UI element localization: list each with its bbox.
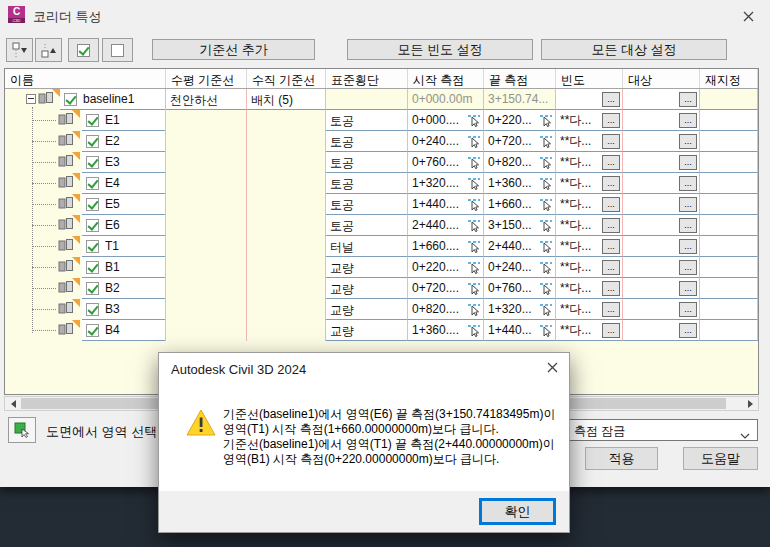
start-station-cell[interactable]: 0+220.... bbox=[408, 257, 484, 278]
ellipsis-button[interactable]: ... bbox=[679, 218, 697, 233]
ellipsis-button[interactable]: ... bbox=[602, 302, 620, 317]
start-station-cell[interactable]: 1+320.... bbox=[408, 173, 484, 194]
select-region-in-drawing-button[interactable] bbox=[8, 417, 36, 443]
assembly-cell[interactable]: 토공 bbox=[326, 215, 408, 236]
station-pick-icon[interactable] bbox=[539, 303, 553, 316]
target-cell[interactable]: ... bbox=[623, 89, 700, 110]
assembly-cell[interactable]: 교량 bbox=[326, 257, 408, 278]
scroll-right-icon[interactable] bbox=[743, 397, 757, 410]
region-name-cell[interactable]: B1 bbox=[5, 257, 166, 278]
target-cell[interactable]: ... bbox=[623, 131, 700, 152]
frequency-cell[interactable]: ... bbox=[556, 89, 623, 110]
assembly-cell[interactable]: 교량 bbox=[326, 299, 408, 320]
start-station-cell[interactable]: 0+760.... bbox=[408, 152, 484, 173]
station-pick-icon[interactable] bbox=[539, 135, 553, 148]
ellipsis-button[interactable]: ... bbox=[602, 113, 620, 128]
horizontal-baseline-cell[interactable]: 천안하선 bbox=[166, 89, 247, 110]
ellipsis-button[interactable]: ... bbox=[602, 260, 620, 275]
region-checkbox[interactable] bbox=[86, 198, 99, 211]
target-cell[interactable]: ... bbox=[623, 215, 700, 236]
target-cell[interactable]: ... bbox=[623, 299, 700, 320]
ellipsis-button[interactable]: ... bbox=[679, 260, 697, 275]
frequency-cell[interactable]: **다...... bbox=[556, 110, 623, 131]
region-checkbox[interactable] bbox=[86, 219, 99, 232]
ellipsis-button[interactable]: ... bbox=[679, 155, 697, 170]
region-checkbox[interactable] bbox=[86, 261, 99, 274]
region-checkbox[interactable] bbox=[86, 135, 99, 148]
frequency-cell[interactable]: **다...... bbox=[556, 215, 623, 236]
region-name-cell[interactable]: B2 bbox=[5, 278, 166, 299]
region-name-cell[interactable]: E1 bbox=[5, 110, 166, 131]
region-name-cell[interactable]: B3 bbox=[5, 299, 166, 320]
region-checkbox[interactable] bbox=[86, 177, 99, 190]
station-pick-icon[interactable] bbox=[467, 282, 481, 295]
start-station-cell[interactable]: 0+720.... bbox=[408, 278, 484, 299]
frequency-cell[interactable]: **다...... bbox=[556, 278, 623, 299]
target-cell[interactable]: ... bbox=[623, 236, 700, 257]
ellipsis-button[interactable]: ... bbox=[602, 155, 620, 170]
vertical-baseline-cell[interactable]: 배치 (5) bbox=[247, 89, 326, 110]
station-pick-icon[interactable] bbox=[539, 114, 553, 127]
end-station-cell[interactable]: 0+820... bbox=[484, 152, 556, 173]
ellipsis-button[interactable]: ... bbox=[679, 176, 697, 191]
station-pick-icon[interactable] bbox=[467, 177, 481, 190]
assembly-cell[interactable]: 토공 bbox=[326, 110, 408, 131]
station-pick-icon[interactable] bbox=[467, 135, 481, 148]
frequency-cell[interactable]: **다...... bbox=[556, 152, 623, 173]
apply-button[interactable]: 적용 bbox=[585, 447, 658, 470]
region-checkbox[interactable] bbox=[86, 240, 99, 253]
station-pick-icon[interactable] bbox=[539, 282, 553, 295]
target-cell[interactable]: ... bbox=[623, 278, 700, 299]
collapse-all-button[interactable] bbox=[6, 38, 33, 62]
assembly-cell[interactable]: 교량 bbox=[326, 320, 408, 341]
ellipsis-button[interactable]: ... bbox=[602, 176, 620, 191]
end-station-cell[interactable]: 1+320... bbox=[484, 299, 556, 320]
station-pick-icon[interactable] bbox=[539, 156, 553, 169]
target-cell[interactable]: ... bbox=[623, 194, 700, 215]
ellipsis-button[interactable]: ... bbox=[602, 92, 620, 107]
assembly-cell[interactable]: 토공 bbox=[326, 173, 408, 194]
assembly-cell[interactable]: 토공 bbox=[326, 194, 408, 215]
end-station-cell[interactable]: 1+660... bbox=[484, 194, 556, 215]
region-name-cell[interactable]: E4 bbox=[5, 173, 166, 194]
region-name-cell[interactable]: B4 bbox=[5, 320, 166, 341]
station-pick-icon[interactable] bbox=[539, 261, 553, 274]
region-name-cell[interactable]: E3 bbox=[5, 152, 166, 173]
help-button[interactable]: 도움말 bbox=[683, 447, 758, 470]
start-station-cell[interactable]: 0+000.... bbox=[408, 110, 484, 131]
station-pick-icon[interactable] bbox=[539, 324, 553, 337]
ellipsis-button[interactable]: ... bbox=[679, 302, 697, 317]
station-pick-icon[interactable] bbox=[539, 240, 553, 253]
ellipsis-button[interactable]: ... bbox=[679, 239, 697, 254]
frequency-cell[interactable]: **다...... bbox=[556, 173, 623, 194]
target-cell[interactable]: ... bbox=[623, 110, 700, 131]
end-station-cell[interactable]: 1+440... bbox=[484, 320, 556, 341]
warning-close-icon[interactable] bbox=[535, 353, 569, 381]
station-pick-icon[interactable] bbox=[467, 219, 481, 232]
ellipsis-button[interactable]: ... bbox=[679, 92, 697, 107]
ellipsis-button[interactable]: ... bbox=[679, 113, 697, 128]
end-station-cell[interactable]: 0+720... bbox=[484, 131, 556, 152]
station-pick-icon[interactable] bbox=[467, 324, 481, 337]
frequency-cell[interactable]: **다...... bbox=[556, 320, 623, 341]
frequency-cell[interactable]: **다...... bbox=[556, 131, 623, 152]
station-pick-icon[interactable] bbox=[539, 198, 553, 211]
target-cell[interactable]: ... bbox=[623, 173, 700, 194]
assembly-cell[interactable]: 토공 bbox=[326, 152, 408, 173]
ellipsis-button[interactable]: ... bbox=[602, 218, 620, 233]
close-icon[interactable] bbox=[736, 7, 760, 25]
assembly-cell[interactable]: 교량 bbox=[326, 278, 408, 299]
start-station-cell[interactable]: 0+820.... bbox=[408, 299, 484, 320]
ellipsis-button[interactable]: ... bbox=[602, 239, 620, 254]
station-pick-icon[interactable] bbox=[539, 219, 553, 232]
end-station-cell[interactable]: 0+220... bbox=[484, 110, 556, 131]
ellipsis-button[interactable]: ... bbox=[602, 323, 620, 338]
region-name-cell[interactable]: E2 bbox=[5, 131, 166, 152]
ok-button[interactable]: 확인 bbox=[481, 500, 554, 523]
ellipsis-button[interactable]: ... bbox=[679, 323, 697, 338]
target-cell[interactable]: ... bbox=[623, 320, 700, 341]
ellipsis-button[interactable]: ... bbox=[602, 281, 620, 296]
ellipsis-button[interactable]: ... bbox=[679, 197, 697, 212]
set-all-targets-button[interactable]: 모든 대상 설정 bbox=[541, 39, 727, 60]
region-name-cell[interactable]: E6 bbox=[5, 215, 166, 236]
